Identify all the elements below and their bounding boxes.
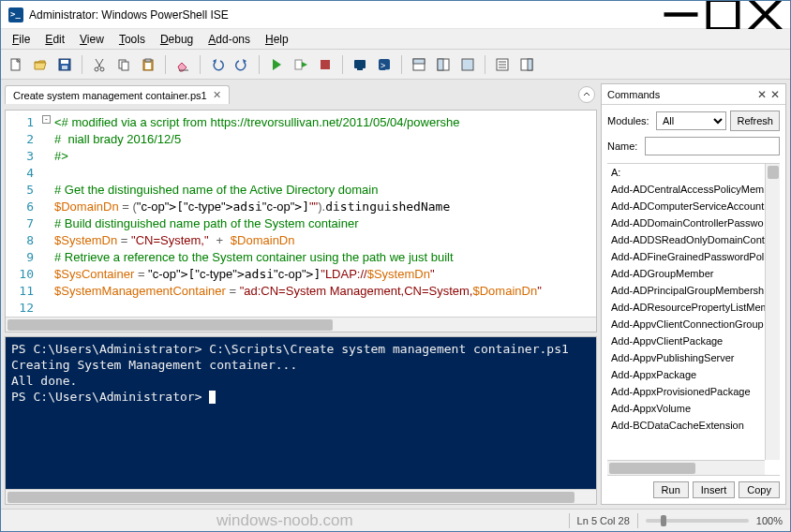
command-list-item[interactable]: Add-AppvClientConnectionGroup <box>607 316 780 332</box>
cursor-position: Ln 5 Col 28 <box>577 515 630 526</box>
command-list-item[interactable]: Add-AppvClientPackage <box>607 332 780 349</box>
console-line: PS C:\Users\Administrator> <box>11 389 590 405</box>
svg-rect-39 <box>528 59 532 70</box>
svg-rect-24 <box>321 60 330 69</box>
run-selection-button[interactable] <box>290 53 312 76</box>
hide-pane-icon[interactable]: ✕ <box>770 88 780 101</box>
app-icon <box>8 7 23 22</box>
undo-button[interactable] <box>206 53 229 76</box>
copy-button[interactable] <box>112 53 135 76</box>
close-button[interactable] <box>744 1 786 28</box>
console-line: All done. <box>11 373 590 389</box>
clear-console-button[interactable] <box>172 53 194 76</box>
new-remote-tab-button[interactable] <box>349 53 371 76</box>
copy-command-button[interactable]: Copy <box>739 481 780 498</box>
svg-rect-7 <box>61 60 68 64</box>
menu-help[interactable]: Help <box>258 31 296 48</box>
modules-label: Modules: <box>607 115 652 126</box>
menu-debug[interactable]: Debug <box>153 31 201 48</box>
start-powershell-button[interactable]: >_ <box>373 53 396 76</box>
commands-horizontal-scrollbar[interactable] <box>607 460 765 475</box>
insert-command-button[interactable]: Insert <box>693 481 736 498</box>
command-list-item[interactable]: Add-ADResourcePropertyListMem <box>607 299 780 316</box>
svg-rect-33 <box>462 59 473 70</box>
editor-tab[interactable]: Create system management container.ps1 ✕ <box>5 85 230 104</box>
close-tab-icon[interactable]: ✕ <box>213 89 221 101</box>
svg-point-12 <box>100 67 104 71</box>
command-list-item[interactable]: Add-ADPrincipalGroupMembersh <box>607 282 780 299</box>
fold-toggle-icon[interactable]: - <box>42 115 51 124</box>
command-list-item[interactable]: Add-ADDSReadOnlyDomainContr <box>607 231 780 248</box>
save-button[interactable] <box>53 53 76 76</box>
fold-column: - - <box>41 111 54 332</box>
title-bar: Administrator: Windows PowerShell ISE <box>1 1 790 29</box>
refresh-button[interactable]: Refresh <box>730 111 780 131</box>
watermark-text: windows-noob.com <box>8 511 561 530</box>
menu-view[interactable]: View <box>72 31 112 48</box>
commands-vertical-scrollbar[interactable] <box>765 164 780 460</box>
svg-rect-32 <box>438 59 443 70</box>
layout-script-top-button[interactable] <box>408 53 430 76</box>
maximize-button[interactable] <box>702 1 744 28</box>
svg-point-11 <box>95 67 98 71</box>
svg-rect-30 <box>413 59 425 64</box>
menu-tools[interactable]: Tools <box>112 31 153 48</box>
command-list-item[interactable]: Add-ADComputerServiceAccount <box>607 198 780 214</box>
svg-rect-22 <box>295 60 302 69</box>
cut-button[interactable] <box>88 53 111 76</box>
editor-tabs: Create system management container.ps1 ✕ <box>5 83 597 106</box>
commands-pane-title: Commands <box>607 89 754 100</box>
command-list-item[interactable]: Add-AppxPackage <box>607 366 780 383</box>
show-commands-addon-button[interactable] <box>515 53 538 76</box>
layout-script-max-button[interactable] <box>456 53 479 76</box>
command-list-item[interactable]: Add-ADGroupMember <box>607 265 780 282</box>
command-list-item[interactable]: Add-AppvPublishingServer <box>607 349 780 366</box>
redo-button[interactable] <box>231 53 253 76</box>
run-command-button[interactable]: Run <box>653 481 689 498</box>
console-pane[interactable]: PS C:\Users\Administrator> C:\Scripts\Cr… <box>5 336 597 505</box>
console-line: Creating System Management container... <box>11 357 590 373</box>
svg-rect-17 <box>145 63 151 69</box>
minimize-button[interactable] <box>660 1 702 28</box>
main-area: Create system management container.ps1 ✕… <box>1 80 790 509</box>
zoom-slider[interactable] <box>646 519 749 523</box>
script-editor[interactable]: 1234567891011121314 - - <# modified via … <box>5 110 597 332</box>
menu-addons[interactable]: Add-ons <box>201 31 258 48</box>
paste-button[interactable] <box>137 53 159 76</box>
stop-button[interactable] <box>314 53 336 76</box>
svg-text:>_: >_ <box>381 61 391 70</box>
modules-select[interactable]: All <box>656 111 726 130</box>
layout-side-by-side-button[interactable] <box>432 53 455 76</box>
menu-edit[interactable]: Edit <box>37 31 72 48</box>
console-horizontal-scrollbar[interactable] <box>6 489 596 504</box>
svg-rect-25 <box>354 60 366 68</box>
editor-tab-label: Create system management container.ps1 <box>13 90 207 101</box>
code-area[interactable]: <# modified via a script from https://tr… <box>54 111 596 332</box>
window-title: Administrator: Windows PowerShell ISE <box>29 8 660 22</box>
command-list-item[interactable]: Add-ADCentralAccessPolicyMemb <box>607 181 780 198</box>
collapse-script-pane-button[interactable] <box>578 86 595 103</box>
command-list-item[interactable]: Add-AppxProvisionedPackage <box>607 383 780 400</box>
commands-list[interactable]: A:Add-ADCentralAccessPolicyMembAdd-ADCom… <box>607 163 780 476</box>
console-line: PS C:\Users\Administrator> C:\Scripts\Cr… <box>11 341 590 357</box>
command-list-item[interactable]: A: <box>607 164 780 181</box>
svg-rect-26 <box>357 68 363 70</box>
toolbar: >_ <box>1 50 790 80</box>
menu-bar: File Edit View Tools Debug Add-ons Help <box>1 29 790 50</box>
command-list-item[interactable]: Add-ADFineGrainedPasswordPolic <box>607 248 780 265</box>
svg-rect-14 <box>122 62 128 70</box>
command-list-item[interactable]: Add-BCDataCacheExtension <box>607 417 780 434</box>
commands-pane-close-icon[interactable]: ✕ <box>757 88 767 101</box>
zoom-level: 100% <box>756 515 783 526</box>
command-list-item[interactable]: Add-ADDomainControllerPasswo <box>607 214 780 231</box>
open-button[interactable] <box>29 53 52 76</box>
editor-horizontal-scrollbar[interactable] <box>6 317 596 332</box>
svg-marker-21 <box>273 59 281 70</box>
command-list-item[interactable]: Add-AppxVolume <box>607 400 780 417</box>
run-script-button[interactable] <box>265 53 288 76</box>
new-button[interactable] <box>5 53 27 76</box>
show-commands-button[interactable] <box>491 53 514 76</box>
name-filter-input[interactable] <box>645 137 780 155</box>
commands-pane: Commands ✕ ✕ Modules: All Refresh Name: … <box>601 83 786 505</box>
menu-file[interactable]: File <box>5 31 37 48</box>
